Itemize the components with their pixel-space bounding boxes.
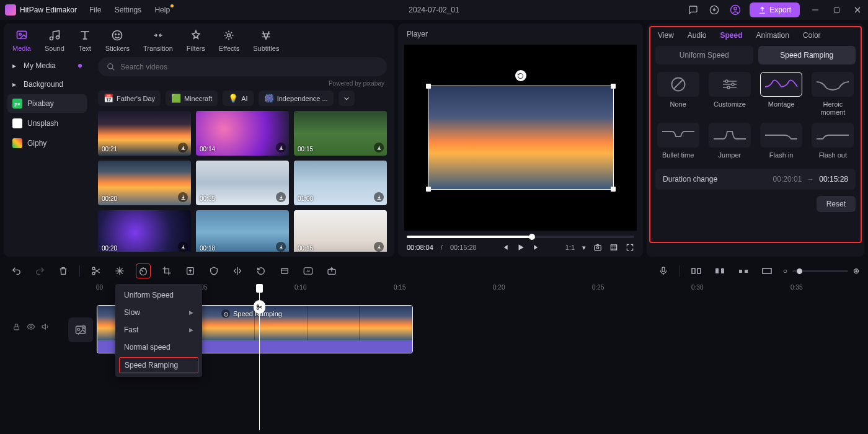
add-track-button[interactable]: [68, 317, 93, 342]
tag-more[interactable]: [339, 91, 355, 106]
sidebar-item-pixabay[interactable]: pxPixabay: [7, 94, 87, 113]
playhead-split-icon[interactable]: [254, 300, 265, 314]
sidebar-item-giphy[interactable]: Giphy: [7, 134, 87, 153]
tab-sound[interactable]: Sound: [45, 29, 64, 52]
mic-icon[interactable]: [656, 264, 671, 278]
keyframe-icon[interactable]: [277, 264, 292, 278]
tab-subtitles[interactable]: Subtitles: [253, 29, 279, 52]
ctx-speed-ramping[interactable]: Speed Ramping: [119, 357, 198, 373]
preset-flashin[interactable]: Flash in: [759, 123, 804, 159]
feedback-icon[interactable]: [686, 3, 700, 17]
download-icon[interactable]: [276, 192, 286, 202]
maximize-icon[interactable]: [831, 4, 842, 16]
mirror-icon[interactable]: [230, 264, 245, 278]
zoom-out-icon[interactable]: ○: [783, 267, 787, 275]
menu-settings[interactable]: Settings: [115, 6, 141, 14]
download-icon[interactable]: [276, 143, 286, 153]
preset-montage[interactable]: Montage: [759, 72, 804, 117]
delete-icon[interactable]: [56, 264, 71, 278]
ctx-normal-speed[interactable]: Normal speed: [115, 339, 202, 356]
inspector-tab-speed[interactable]: Speed: [720, 31, 743, 40]
sidebar-item-unsplash[interactable]: Unsplash: [7, 114, 87, 133]
close-icon[interactable]: [852, 4, 863, 16]
tag-minecraft[interactable]: 🟩Minecraft: [166, 91, 218, 106]
sidebar-item-mymedia[interactable]: ▸My Media: [7, 57, 87, 74]
media-thumb[interactable]: 00:14: [196, 111, 289, 156]
download-icon[interactable]: [374, 242, 384, 252]
lock-icon[interactable]: [12, 323, 20, 331]
zoom-in-icon[interactable]: ⊕: [853, 267, 859, 275]
preset-bullet[interactable]: Bullet time: [655, 123, 701, 159]
sidebar-item-background[interactable]: ▸Background: [7, 76, 87, 93]
redo-icon[interactable]: [32, 264, 47, 278]
export-clip-icon[interactable]: [183, 264, 198, 278]
account-icon[interactable]: [728, 3, 742, 17]
media-thumb[interactable]: 00:20: [98, 161, 191, 205]
next-frame-icon[interactable]: [533, 243, 541, 252]
download-icon[interactable]: [374, 143, 384, 153]
ctx-uniform-speed[interactable]: Uniform Speed: [115, 286, 202, 304]
tag-fathers-day[interactable]: 📅Father's Day: [98, 91, 161, 106]
media-thumb[interactable]: 00:15: [294, 210, 387, 252]
marker1-icon[interactable]: [689, 264, 704, 278]
zoom-knob[interactable]: [797, 268, 802, 274]
preset-customize[interactable]: Customize: [707, 72, 752, 117]
play-icon[interactable]: [516, 243, 525, 252]
mode-speed-ramping[interactable]: Speed Ramping: [758, 46, 856, 64]
mute-icon[interactable]: [42, 322, 50, 331]
media-thumb[interactable]: 00:15: [294, 111, 387, 156]
preset-jumper[interactable]: Jumper: [707, 123, 752, 159]
marker4-icon[interactable]: [760, 264, 774, 278]
ctx-slow[interactable]: Slow▶: [115, 304, 202, 321]
menu-file[interactable]: File: [89, 6, 101, 14]
preset-none[interactable]: None: [655, 72, 701, 117]
tab-effects[interactable]: Effects: [219, 29, 239, 52]
menu-help[interactable]: Help: [154, 6, 170, 14]
speed-icon[interactable]: [136, 264, 151, 278]
media-thumb[interactable]: 00:20: [98, 210, 191, 252]
download-icon[interactable]: [178, 192, 188, 202]
fullscreen-icon[interactable]: [626, 243, 634, 252]
tab-stickers[interactable]: Stickers: [105, 29, 130, 52]
download-icon[interactable]: [374, 192, 384, 202]
ai-icon[interactable]: AI: [301, 264, 316, 278]
inspector-tab-audio[interactable]: Audio: [688, 31, 707, 40]
export-button[interactable]: Export: [750, 2, 800, 17]
timeline-zoom[interactable]: ○ ⊕: [783, 267, 859, 275]
tab-text[interactable]: Text: [78, 29, 92, 52]
freeze-icon[interactable]: [112, 264, 127, 278]
playhead-handle[interactable]: [256, 284, 263, 293]
tab-transition[interactable]: Transition: [143, 29, 173, 52]
seek-bar[interactable]: [407, 236, 634, 238]
inspector-tab-view[interactable]: View: [658, 31, 674, 40]
mask-icon[interactable]: [206, 264, 221, 278]
split-icon[interactable]: [89, 264, 104, 278]
eye-icon[interactable]: [27, 322, 35, 331]
resize-handle-se[interactable]: [611, 187, 616, 192]
safe-zone-icon[interactable]: [609, 243, 618, 252]
tab-media[interactable]: Media: [12, 29, 31, 52]
timeline-ruler[interactable]: 000:050:100:150:200:250:300:35: [96, 284, 868, 295]
aspect-ratio[interactable]: 1:1: [565, 244, 575, 251]
tab-filters[interactable]: Filters: [187, 29, 205, 52]
zoom-slider[interactable]: [792, 270, 848, 272]
preset-heroic[interactable]: Heroic moment: [810, 72, 856, 117]
selected-clip-frame[interactable]: [428, 86, 614, 190]
crop-icon[interactable]: [159, 264, 174, 278]
resize-handle-nw[interactable]: [426, 84, 431, 89]
ctx-fast[interactable]: Fast▶: [115, 321, 202, 339]
prev-frame-icon[interactable]: [500, 243, 509, 252]
rotate-icon[interactable]: [254, 264, 268, 278]
reset-button[interactable]: Reset: [817, 196, 856, 212]
seek-knob[interactable]: [529, 234, 535, 240]
media-thumb[interactable]: 00:18: [196, 210, 289, 252]
mode-uniform-speed[interactable]: Uniform Speed: [655, 46, 753, 64]
marker3-icon[interactable]: [736, 264, 751, 278]
media-thumb[interactable]: 00:35: [196, 161, 289, 205]
rotate-handle[interactable]: [515, 70, 526, 81]
tag-ai[interactable]: 💡AI: [223, 91, 253, 106]
download-icon[interactable]: [707, 3, 721, 17]
snapshot-icon[interactable]: [593, 243, 602, 252]
playhead[interactable]: [259, 284, 260, 430]
download-icon[interactable]: [178, 143, 188, 153]
